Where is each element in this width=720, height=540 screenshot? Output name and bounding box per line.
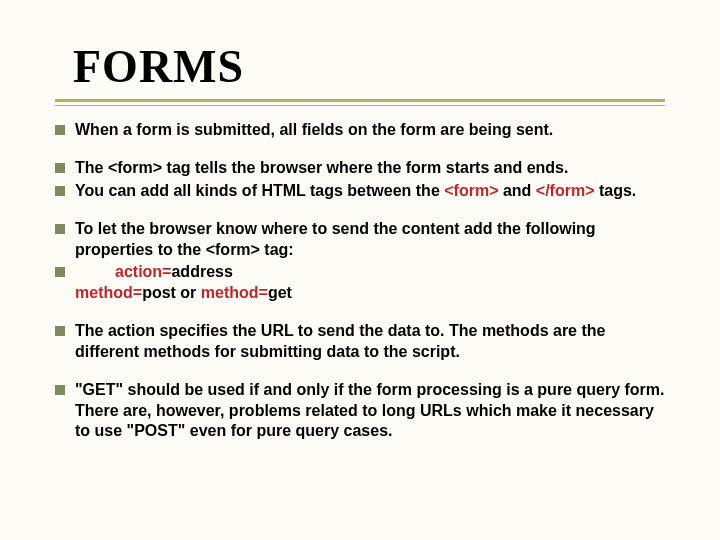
bullet-square-icon — [55, 224, 65, 234]
text-frag: tags. — [595, 182, 637, 199]
bullet-list: When a form is submitted, all fields on … — [55, 120, 665, 442]
list-item: action=address method=post or method=get — [55, 262, 665, 303]
divider-thick — [55, 99, 665, 102]
bullet-text: "GET" should be used if and only if the … — [75, 380, 665, 441]
list-item: You can add all kinds of HTML tags betwe… — [55, 181, 665, 201]
list-item: When a form is submitted, all fields on … — [55, 120, 665, 140]
text-tag-red: <form> — [444, 182, 498, 199]
bullet-text: The action specifies the URL to send the… — [75, 321, 665, 362]
bullet-square-icon — [55, 125, 65, 135]
divider-thin — [55, 105, 665, 106]
bullet-square-icon — [55, 186, 65, 196]
slide-title: FORMS — [73, 40, 665, 93]
bullet-text: When a form is submitted, all fields on … — [75, 120, 665, 140]
text-frag: address — [171, 263, 232, 280]
bullet-text: You can add all kinds of HTML tags betwe… — [75, 181, 665, 201]
bullet-text: The <form> tag tells the browser where t… — [75, 158, 665, 178]
list-item: To let the browser know where to send th… — [55, 219, 665, 260]
text-frag: You can add all kinds of HTML tags betwe… — [75, 182, 444, 199]
text-frag: get — [268, 284, 292, 301]
bullet-text: To let the browser know where to send th… — [75, 219, 665, 260]
text-frag: and — [498, 182, 535, 199]
text-action-red: action= — [115, 263, 171, 280]
bullet-square-icon — [55, 326, 65, 336]
text-tag-red: </form> — [536, 182, 595, 199]
list-item: "GET" should be used if and only if the … — [55, 380, 665, 441]
slide: FORMS When a form is submitted, all fiel… — [0, 0, 720, 540]
text-frag: post or — [142, 284, 201, 301]
text-method-red: method= — [201, 284, 268, 301]
bullet-square-icon — [55, 163, 65, 173]
bullet-text: action=address method=post or method=get — [75, 262, 665, 303]
bullet-square-icon — [55, 267, 65, 277]
text-method-red: method= — [75, 284, 142, 301]
list-item: The action specifies the URL to send the… — [55, 321, 665, 362]
list-item: The <form> tag tells the browser where t… — [55, 158, 665, 178]
bullet-square-icon — [55, 385, 65, 395]
